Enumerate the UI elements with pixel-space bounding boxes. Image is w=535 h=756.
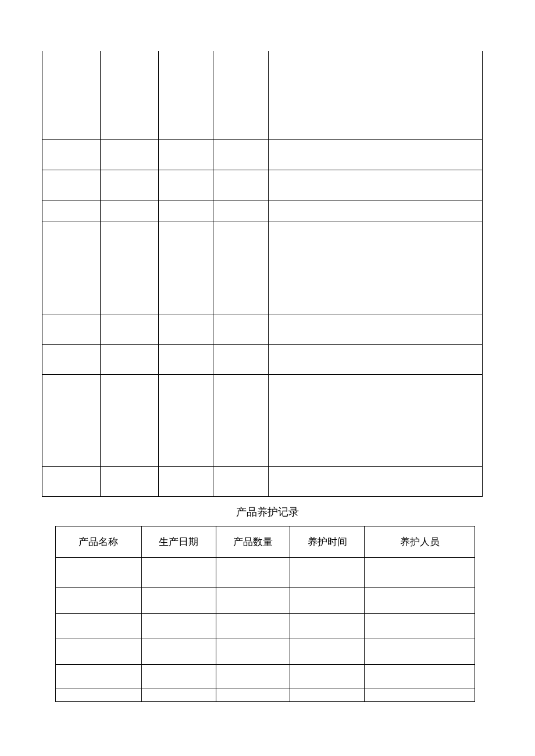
cell xyxy=(42,51,101,139)
cell xyxy=(216,587,290,613)
header-product-name: 产品名称 xyxy=(56,526,142,557)
cell xyxy=(216,639,290,664)
cell xyxy=(158,51,213,139)
cell xyxy=(365,639,475,664)
cell xyxy=(158,374,213,466)
table-row xyxy=(56,639,475,664)
cell xyxy=(141,639,216,664)
cell xyxy=(42,139,101,170)
table-row xyxy=(56,587,475,613)
cell xyxy=(213,200,269,221)
cell xyxy=(56,689,142,701)
cell xyxy=(213,466,269,496)
cell xyxy=(100,374,158,466)
cell xyxy=(290,587,365,613)
cell xyxy=(158,139,213,170)
cell xyxy=(56,639,142,664)
cell xyxy=(100,221,158,314)
cell xyxy=(213,51,269,139)
cell xyxy=(290,689,365,701)
cell xyxy=(213,374,269,466)
cell xyxy=(269,139,483,170)
cell xyxy=(42,344,101,374)
cell xyxy=(269,466,483,496)
header-product-quantity: 产品数量 xyxy=(216,526,290,557)
table-row xyxy=(56,557,475,587)
cell xyxy=(158,466,213,496)
cell xyxy=(141,557,216,587)
cell xyxy=(290,664,365,689)
cell xyxy=(216,664,290,689)
table-row xyxy=(56,613,475,639)
cell xyxy=(100,344,158,374)
cell xyxy=(100,51,158,139)
document-page: 产品养护记录 产品名称 生产日期 产品数量 养护时间 养护人员 xyxy=(0,0,535,702)
cell xyxy=(42,200,101,221)
cell xyxy=(213,221,269,314)
cell xyxy=(216,557,290,587)
table-row xyxy=(42,221,483,314)
cell xyxy=(141,664,216,689)
cell xyxy=(365,613,475,639)
cell xyxy=(42,466,101,496)
cell xyxy=(100,466,158,496)
cell xyxy=(100,170,158,200)
table-row xyxy=(42,466,483,496)
cell xyxy=(213,139,269,170)
cell xyxy=(269,314,483,344)
upper-table xyxy=(42,51,483,497)
cell xyxy=(269,344,483,374)
header-maintenance-personnel: 养护人员 xyxy=(365,526,475,557)
table-header-row: 产品名称 生产日期 产品数量 养护时间 养护人员 xyxy=(56,526,475,557)
header-maintenance-time: 养护时间 xyxy=(290,526,365,557)
cell xyxy=(42,374,101,466)
cell xyxy=(290,613,365,639)
table-row xyxy=(42,344,483,374)
table-row xyxy=(56,664,475,689)
cell xyxy=(158,200,213,221)
section-heading: 产品养护记录 xyxy=(0,497,535,526)
maintenance-record-table: 产品名称 生产日期 产品数量 养护时间 养护人员 xyxy=(55,526,475,702)
cell xyxy=(213,314,269,344)
cell xyxy=(290,557,365,587)
cell xyxy=(158,344,213,374)
cell xyxy=(158,314,213,344)
cell xyxy=(213,344,269,374)
table-row xyxy=(42,374,483,466)
cell xyxy=(158,221,213,314)
header-production-date: 生产日期 xyxy=(141,526,216,557)
cell xyxy=(216,613,290,639)
cell xyxy=(269,51,483,139)
cell xyxy=(365,664,475,689)
cell xyxy=(42,314,101,344)
cell xyxy=(141,689,216,701)
table-row xyxy=(42,139,483,170)
cell xyxy=(290,639,365,664)
table-row xyxy=(56,689,475,701)
cell xyxy=(56,587,142,613)
table-row xyxy=(42,200,483,221)
cell xyxy=(100,314,158,344)
cell xyxy=(269,200,483,221)
cell xyxy=(269,221,483,314)
table-row xyxy=(42,314,483,344)
cell xyxy=(100,200,158,221)
cell xyxy=(365,689,475,701)
cell xyxy=(141,587,216,613)
cell xyxy=(365,587,475,613)
table-row xyxy=(42,51,483,139)
cell xyxy=(213,170,269,200)
cell xyxy=(269,170,483,200)
cell xyxy=(100,139,158,170)
cell xyxy=(42,170,101,200)
cell xyxy=(42,221,101,314)
cell xyxy=(141,613,216,639)
cell xyxy=(56,664,142,689)
cell xyxy=(56,613,142,639)
cell xyxy=(56,557,142,587)
cell xyxy=(158,170,213,200)
table-row xyxy=(42,170,483,200)
cell xyxy=(365,557,475,587)
cell xyxy=(216,689,290,701)
cell xyxy=(269,374,483,466)
